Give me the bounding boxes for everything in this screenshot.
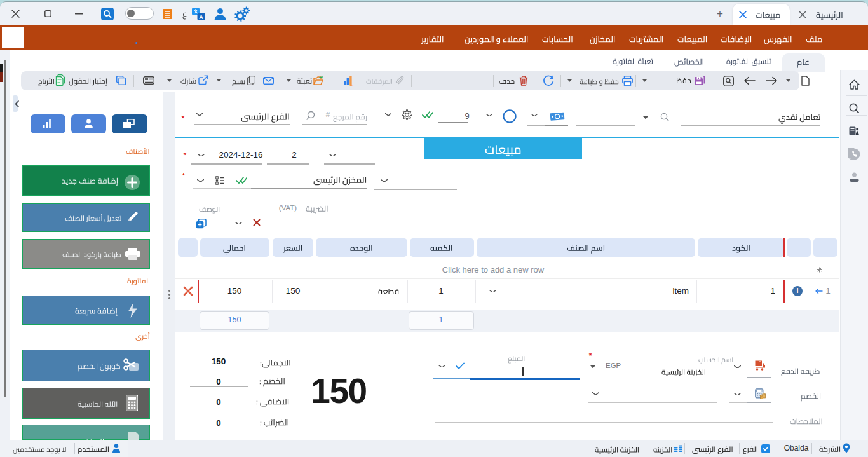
svg-text:Σ: Σ bbox=[350, 82, 353, 86]
svg-text:A: A bbox=[199, 14, 203, 20]
